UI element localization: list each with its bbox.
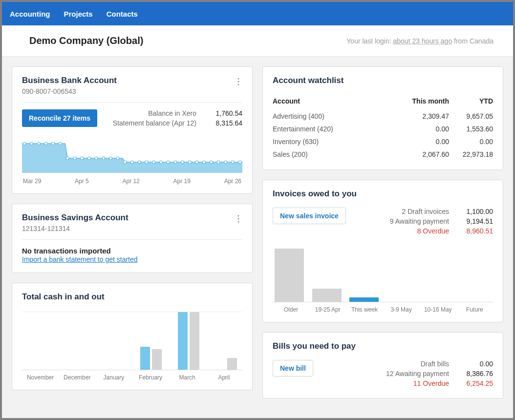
table-row[interactable]: Entertainment (420)0.001,553.60	[273, 123, 493, 135]
account-name: Sales (200)	[273, 148, 382, 161]
table-row[interactable]: Inventory (630)0.000.00	[273, 135, 493, 148]
svg-point-1	[237, 81, 239, 82]
table-row[interactable]: Advertising (400)2,309.479,657.05	[273, 110, 493, 123]
watchlist-card: Account watchlist Account This month YTD…	[262, 66, 503, 170]
svg-point-24	[174, 161, 177, 164]
company-bar: Demo Company (Global) Your last login: a…	[2, 25, 513, 57]
month-label: February	[132, 374, 169, 381]
bill-stats: Draft bills0.00 12 Awaiting payment8,386…	[386, 360, 493, 389]
svg-point-8	[59, 142, 62, 145]
svg-point-22	[159, 161, 162, 164]
month-label: March	[169, 374, 206, 381]
svg-point-3	[23, 142, 26, 145]
invoice-stats: 2 Draft invoices1,100.00 9 Awaiting paym…	[390, 208, 493, 237]
svg-point-20	[145, 161, 148, 164]
no-transactions-title: No transactions imported	[22, 247, 242, 255]
month-label: April	[206, 374, 242, 381]
bar-label: This week	[346, 306, 383, 313]
stat-label-overdue: 8 Overdue	[417, 227, 449, 235]
right-column: Account watchlist Account This month YTD…	[262, 66, 503, 408]
divider	[22, 239, 242, 240]
cash-bar-chart: November December January February March…	[22, 312, 242, 381]
import-statement-link[interactable]: Import a bank statement to get started	[22, 255, 138, 263]
stat-value-overdue: 6,254.25	[459, 379, 493, 387]
savings-account-card: Business Savings Account 121314-121314 N…	[12, 204, 253, 273]
svg-point-32	[231, 161, 234, 164]
invoices-card: Invoices owed to you New sales invoice 2…	[262, 180, 503, 322]
last-login-suffix: from Canada	[452, 37, 494, 45]
svg-point-28	[203, 161, 206, 164]
bar-label: Future	[456, 306, 493, 313]
account-name: Entertainment (420)	[273, 123, 382, 135]
tick: Apr 12	[122, 178, 139, 185]
kebab-icon[interactable]	[235, 76, 242, 87]
svg-point-21	[152, 161, 155, 164]
bank-account-card: Business Bank Account 090-8007-006543 Re…	[12, 66, 253, 194]
watchlist-title: Account watchlist	[273, 76, 493, 85]
month-label: December	[59, 374, 95, 381]
svg-point-13	[95, 157, 98, 160]
top-nav: Accounting Projects Contacts	[2, 2, 513, 25]
svg-point-2	[237, 84, 239, 85]
last-login: Your last login: about 23 hours ago from…	[346, 37, 494, 45]
month-label: November	[22, 374, 59, 381]
svg-point-14	[102, 157, 105, 160]
last-login-time[interactable]: about 23 hours ago	[393, 37, 452, 45]
month-val: 2,067.60	[382, 148, 449, 161]
new-sales-invoice-button[interactable]: New sales invoice	[273, 208, 346, 224]
divider	[22, 102, 242, 103]
svg-point-29	[210, 161, 213, 164]
stat-label: 12 Awaiting payment	[386, 370, 449, 378]
dashboard-content: Business Bank Account 090-8007-006543 Re…	[2, 57, 513, 418]
nav-contacts[interactable]: Contacts	[107, 10, 138, 18]
statement-balance-value: 8,315.64	[208, 119, 242, 127]
balance-xero-value: 1,760.54	[208, 109, 242, 117]
svg-point-36	[237, 221, 239, 222]
svg-point-35	[237, 218, 239, 219]
svg-point-9	[66, 157, 69, 160]
account-name: Inventory (630)	[273, 135, 382, 148]
stat-value: 0.00	[459, 360, 493, 368]
account-name: Advertising (400)	[273, 110, 382, 123]
ytd-val: 0.00	[449, 135, 493, 148]
reconcile-button[interactable]: Reconcile 27 items	[22, 109, 97, 127]
svg-point-18	[131, 161, 134, 164]
bar-label: Older	[273, 306, 309, 313]
stat-value: 8,386.76	[459, 370, 493, 378]
month-val: 2,309.47	[382, 110, 449, 123]
savings-number: 121314-121314	[22, 225, 129, 232]
svg-point-6	[44, 142, 47, 145]
bar-label: 3-9 May	[383, 306, 420, 313]
tick: Apr 19	[173, 178, 191, 185]
svg-point-19	[138, 161, 141, 164]
cash-card: Total cash in and out November December …	[12, 283, 253, 390]
stat-label: 9 Awaiting payment	[390, 217, 449, 225]
kebab-icon[interactable]	[235, 213, 242, 225]
stat-label: Draft bills	[421, 360, 449, 368]
svg-point-5	[37, 142, 40, 145]
table-row[interactable]: Sales (200)2,067.6022,973.18	[273, 148, 493, 161]
svg-point-30	[217, 161, 220, 164]
svg-point-27	[195, 161, 198, 164]
svg-point-4	[30, 142, 33, 145]
bar-label: 10-16 May	[420, 306, 456, 313]
month-val: 0.00	[382, 123, 449, 135]
bank-number: 090-8007-006543	[22, 87, 117, 95]
stat-value: 9,194.51	[459, 217, 493, 225]
savings-title: Business Savings Account	[22, 213, 129, 223]
invoices-title: Invoices owed to you	[273, 189, 493, 199]
svg-point-33	[238, 161, 241, 164]
svg-point-17	[124, 161, 127, 164]
nav-projects[interactable]: Projects	[64, 10, 93, 18]
new-bill-button[interactable]: New bill	[273, 360, 313, 377]
company-name: Demo Company (Global)	[29, 35, 143, 46]
balance-xero-label: Balance in Xero	[148, 109, 196, 117]
statement-balance-label: Statement balance (Apr 12)	[113, 119, 196, 127]
left-column: Business Bank Account 090-8007-006543 Re…	[12, 66, 253, 408]
nav-accounting[interactable]: Accounting	[10, 10, 50, 18]
col-ytd: YTD	[449, 97, 493, 110]
month-val: 0.00	[382, 135, 449, 148]
last-login-prefix: Your last login:	[346, 37, 393, 45]
svg-point-16	[116, 157, 119, 160]
tick: Apr 5	[75, 178, 89, 185]
